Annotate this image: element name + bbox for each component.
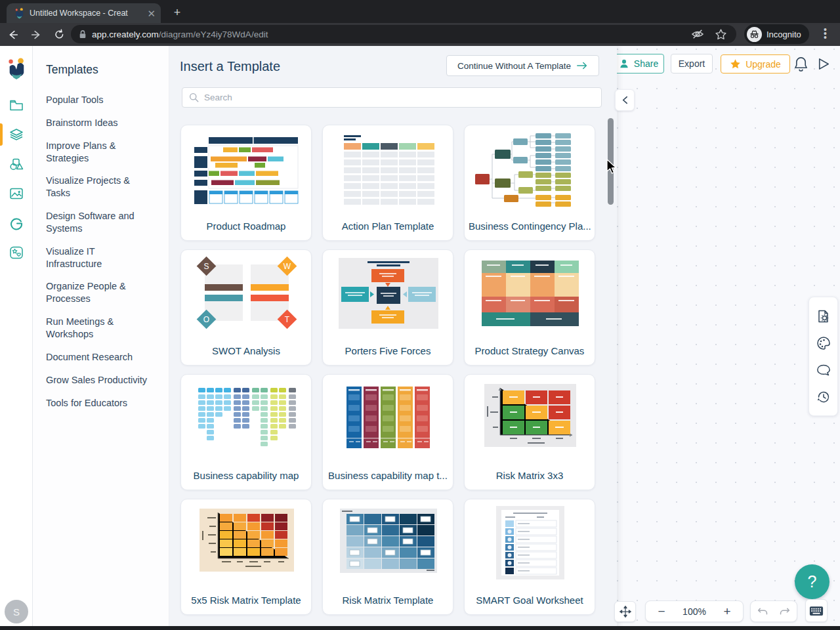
diagram-canvas[interactable] xyxy=(617,46,840,630)
shapes-icon[interactable] xyxy=(9,156,24,172)
scrollbar-thumb[interactable] xyxy=(608,118,614,205)
eye-off-icon[interactable] xyxy=(691,28,704,40)
template-card[interactable]: S W O T SWOT Analysis xyxy=(180,249,312,366)
pan-tool-button[interactable] xyxy=(614,601,636,622)
nav-item-document-research[interactable]: Document Research xyxy=(46,351,150,364)
svg-text:W: W xyxy=(284,262,291,271)
search-input[interactable] xyxy=(204,93,595,102)
stickers-icon[interactable] xyxy=(9,245,24,261)
back-icon[interactable] xyxy=(3,25,23,45)
creately-favicon xyxy=(14,8,24,19)
template-card[interactable]: Business capability map xyxy=(180,374,312,490)
image-icon[interactable] xyxy=(9,186,24,201)
layers-icon[interactable] xyxy=(9,127,24,142)
template-card[interactable]: SMART Goal Worksheet xyxy=(464,499,595,615)
pan-icon xyxy=(619,605,632,618)
zoom-level[interactable]: 100% xyxy=(682,606,706,617)
template-thumbnail: S W O T xyxy=(189,255,304,333)
history-icon[interactable] xyxy=(816,389,831,405)
template-card-grid: Product Roadmap xyxy=(180,125,606,615)
incognito-label: Incognito xyxy=(766,30,801,39)
template-search[interactable] xyxy=(182,87,602,108)
browser-menu-icon[interactable]: ••• xyxy=(824,28,828,39)
share-label: Share xyxy=(634,58,658,69)
person-icon xyxy=(619,58,629,69)
zoom-out-icon[interactable]: − xyxy=(655,605,668,618)
redo-icon[interactable] xyxy=(778,606,791,617)
help-button[interactable]: ? xyxy=(795,564,830,599)
continue-without-template-button[interactable]: Continue Without A Template xyxy=(446,55,599,76)
template-card[interactable]: Product Strategy Canvas xyxy=(464,249,595,366)
reload-icon[interactable] xyxy=(49,25,69,45)
doc-settings-icon[interactable] xyxy=(816,308,831,324)
keyboard-icon xyxy=(809,606,824,616)
template-title: Business capability map t... xyxy=(327,470,449,481)
template-card[interactable]: Product Roadmap xyxy=(180,125,312,241)
svg-text:O: O xyxy=(203,315,209,324)
tab-close-icon[interactable]: ✕ xyxy=(147,9,156,18)
template-card[interactable]: Porters Five Forces xyxy=(322,249,453,366)
zoom-in-icon[interactable]: + xyxy=(721,605,734,618)
theme-palette-icon[interactable] xyxy=(816,335,831,351)
comment-icon[interactable] xyxy=(816,362,831,378)
chevron-left-icon xyxy=(622,96,628,104)
page-title: Insert a Template xyxy=(180,59,280,74)
url-bar[interactable]: app.creately.com/diagram/eYz4iy78WdA/edi… xyxy=(71,25,736,43)
user-avatar[interactable]: S xyxy=(5,600,28,623)
tab-strip: Untitled Workspace - Creat ✕ + xyxy=(0,0,840,23)
templates-panel-title: Templates xyxy=(46,63,158,77)
nav-item-design-software[interactable]: Design Software and Systems xyxy=(46,210,150,235)
lock-icon xyxy=(79,30,87,39)
canvas-side-toolbar xyxy=(808,297,838,416)
template-card[interactable]: 5x5 Risk Matrix Template xyxy=(180,499,312,615)
keyboard-shortcuts-button[interactable] xyxy=(805,599,828,622)
template-card[interactable]: Business Contingency Pla... xyxy=(464,125,595,241)
svg-text:T: T xyxy=(285,315,290,324)
template-card[interactable]: Risk Matrix 3x3 xyxy=(464,374,595,490)
template-thumbnail xyxy=(331,505,446,582)
google-icon[interactable] xyxy=(9,215,24,231)
forward-icon[interactable] xyxy=(26,25,46,45)
collapse-panel-button[interactable] xyxy=(615,89,635,111)
browser-tab[interactable]: Untitled Workspace - Creat ✕ xyxy=(7,3,161,23)
nav-item-popular-tools[interactable]: Popular Tools xyxy=(46,94,150,106)
notifications-bell-icon[interactable] xyxy=(793,56,809,73)
upgrade-label: Upgrade xyxy=(746,59,781,70)
template-thumbnail xyxy=(472,505,588,582)
nav-item-tools-educators[interactable]: Tools for Educators xyxy=(46,397,150,410)
undo-redo-control xyxy=(750,600,797,622)
nav-item-visualize-projects[interactable]: Visualize Projects & Tasks xyxy=(46,175,150,200)
template-card[interactable]: Action Plan Template xyxy=(322,125,453,241)
folder-icon[interactable] xyxy=(9,97,24,113)
nav-item-run-meetings[interactable]: Run Meetings & Workshops xyxy=(46,316,150,341)
nav-item-improve-plans[interactable]: Improve Plans & Strategies xyxy=(46,140,150,165)
template-card[interactable]: Risk Matrix Template xyxy=(322,499,453,615)
template-thumbnail xyxy=(472,255,588,333)
template-thumbnail xyxy=(472,380,588,457)
zoom-control: − 100% + xyxy=(645,600,744,622)
share-button[interactable]: Share xyxy=(613,54,664,74)
template-thumbnail xyxy=(472,131,588,208)
template-title: Porters Five Forces xyxy=(327,345,449,356)
nav-item-organize-people[interactable]: Organize People & Processes xyxy=(46,280,150,305)
left-icon-rail xyxy=(0,46,33,630)
template-thumbnail xyxy=(189,505,304,582)
incognito-icon xyxy=(747,27,762,42)
nav-item-brainstorm-ideas[interactable]: Brainstorm Ideas xyxy=(46,117,150,129)
template-card[interactable]: Business capability map t... xyxy=(322,374,453,490)
star-icon xyxy=(730,58,741,70)
arrow-right-icon xyxy=(576,61,588,70)
incognito-badge: Incognito xyxy=(744,24,809,44)
active-tool-indicator xyxy=(0,123,3,146)
templates-nav-panel: Templates Popular Tools Brainstorm Ideas… xyxy=(33,46,169,630)
nav-item-visualize-it[interactable]: Visualize IT Infrastructure xyxy=(46,245,150,270)
undo-icon[interactable] xyxy=(757,606,769,617)
export-label: Export xyxy=(679,58,705,69)
bookmark-star-icon[interactable] xyxy=(715,28,727,41)
export-button[interactable]: Export xyxy=(671,54,713,74)
nav-item-grow-sales[interactable]: Grow Sales Productivity xyxy=(46,374,150,387)
new-tab-icon[interactable]: + xyxy=(169,5,185,21)
tab-title: Untitled Workspace - Creat xyxy=(30,9,144,18)
upgrade-button[interactable]: Upgrade xyxy=(721,54,790,74)
present-play-icon[interactable] xyxy=(816,56,831,72)
